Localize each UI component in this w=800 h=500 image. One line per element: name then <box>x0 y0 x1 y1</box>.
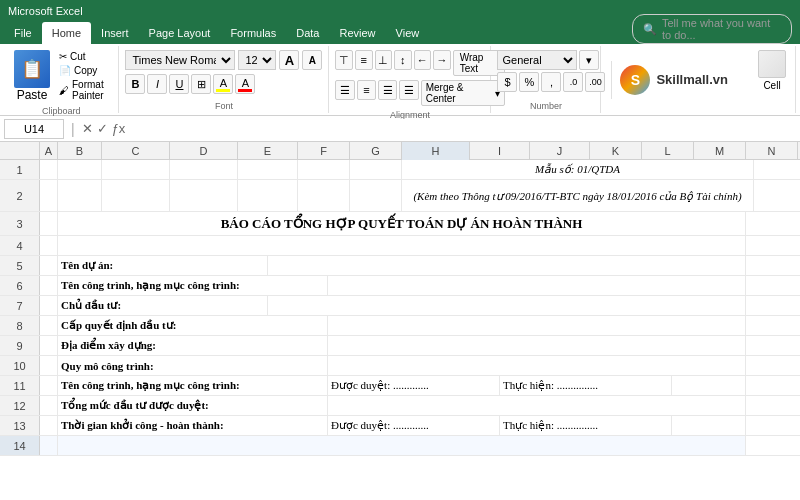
align-right-button[interactable]: ☰ <box>378 80 397 100</box>
cell-a3[interactable] <box>40 212 58 235</box>
tab-page-layout[interactable]: Page Layout <box>139 22 221 44</box>
cell-b13[interactable]: Thời gian khởi công - hoàn thành: <box>58 416 328 435</box>
comma-button[interactable]: , <box>541 72 561 92</box>
align-top-button[interactable]: ⊤ <box>335 50 353 70</box>
align-left-button[interactable]: ☰ <box>335 80 354 100</box>
justify-button[interactable]: ☰ <box>399 80 418 100</box>
col-header-l[interactable]: L <box>642 142 694 160</box>
indent-dec-button[interactable]: ← <box>414 50 432 70</box>
row-header-14[interactable]: 14 <box>0 436 40 455</box>
number-format-select[interactable]: General <box>497 50 577 70</box>
cell-b1[interactable] <box>58 160 102 179</box>
col-header-e[interactable]: E <box>238 142 298 160</box>
col-header-i[interactable]: I <box>470 142 530 160</box>
cell-a10[interactable] <box>40 356 58 375</box>
col-header-k[interactable]: K <box>590 142 642 160</box>
confirm-formula-icon[interactable]: ✓ <box>97 121 108 136</box>
bold-button[interactable]: B <box>125 74 145 94</box>
cell-b10[interactable]: Quy mô công trình: <box>58 356 328 375</box>
cell-a12[interactable] <box>40 396 58 415</box>
cell-e2[interactable] <box>238 180 298 211</box>
cell-b3-merged[interactable]: BÁO CÁO TỔNG HỢP QUYẾT TOÁN DỰ ÁN HOÀN T… <box>58 212 746 235</box>
formula-input[interactable] <box>129 119 796 139</box>
currency-button[interactable]: $ <box>497 72 517 92</box>
tab-data[interactable]: Data <box>286 22 329 44</box>
cell-h1-merged[interactable]: Mẫu số: 01/QTDA <box>402 160 754 179</box>
tab-file[interactable]: File <box>4 22 42 44</box>
tab-formulas[interactable]: Formulas <box>220 22 286 44</box>
row-header-10[interactable]: 10 <box>0 356 40 375</box>
cell-g2[interactable] <box>350 180 402 211</box>
number-format-dropdown[interactable]: ▾ <box>579 50 599 70</box>
cell-styles-button[interactable]: Cell <box>752 48 792 93</box>
percent-button[interactable]: % <box>519 72 539 92</box>
col-header-b[interactable]: B <box>58 142 102 160</box>
font-shrink-button[interactable]: A <box>302 50 322 70</box>
function-icon[interactable]: ƒx <box>112 121 126 136</box>
cell-d2[interactable] <box>170 180 238 211</box>
cell-a6[interactable] <box>40 276 58 295</box>
align-center-button[interactable]: ≡ <box>357 80 376 100</box>
cell-b2[interactable] <box>58 180 102 211</box>
cut-button[interactable]: ✂ Cut <box>56 50 112 63</box>
copy-button[interactable]: 📄 Copy <box>56 64 112 77</box>
cell-a7[interactable] <box>40 296 58 315</box>
paste-button[interactable]: 📋 Paste <box>10 48 54 104</box>
cell-a14[interactable] <box>40 436 58 455</box>
tell-me-box[interactable]: 🔍 Tell me what you want to do... <box>632 14 792 44</box>
indent-inc-button[interactable]: → <box>433 50 451 70</box>
cell-f10-area[interactable] <box>328 356 746 375</box>
tab-view[interactable]: View <box>386 22 430 44</box>
cell-f1[interactable] <box>298 160 350 179</box>
cell-a1[interactable] <box>40 160 58 179</box>
cell-f13[interactable]: Được duyệt: ............. <box>328 416 500 435</box>
cell-reference-input[interactable] <box>4 119 64 139</box>
row-header-13[interactable]: 13 <box>0 416 40 435</box>
row-header-2[interactable]: 2 <box>0 180 40 211</box>
row-header-6[interactable]: 6 <box>0 276 40 295</box>
cell-f6-area[interactable] <box>328 276 746 295</box>
text-direction-button[interactable]: ↕ <box>394 50 412 70</box>
cell-e7-area[interactable] <box>268 296 746 315</box>
col-header-m[interactable]: M <box>694 142 746 160</box>
align-bottom-button[interactable]: ⊥ <box>375 50 393 70</box>
font-name-select[interactable]: Times New Roma <box>125 50 235 70</box>
cell-a11[interactable] <box>40 376 58 395</box>
cell-e1[interactable] <box>238 160 298 179</box>
cell-b12[interactable]: Tổng mức đầu tư được duyệt: <box>58 396 328 415</box>
italic-button[interactable]: I <box>147 74 167 94</box>
row-header-4[interactable]: 4 <box>0 236 40 255</box>
format-painter-button[interactable]: 🖌 Format Painter <box>56 78 112 102</box>
tab-home[interactable]: Home <box>42 22 91 44</box>
tab-insert[interactable]: Insert <box>91 22 139 44</box>
tab-review[interactable]: Review <box>329 22 385 44</box>
row-header-12[interactable]: 12 <box>0 396 40 415</box>
cell-i13[interactable]: Thực hiện: ............... <box>500 416 672 435</box>
cell-f11[interactable]: Được duyệt: ............. <box>328 376 500 395</box>
cell-b14-merged[interactable] <box>58 436 746 455</box>
cell-b5[interactable]: Tên dự án: <box>58 256 268 275</box>
cell-f2[interactable] <box>298 180 350 211</box>
row-header-5[interactable]: 5 <box>0 256 40 275</box>
cell-a13[interactable] <box>40 416 58 435</box>
fill-color-button[interactable]: A <box>213 74 233 94</box>
cell-b6[interactable]: Tên công trình, hạng mục công trình: <box>58 276 328 295</box>
col-header-f[interactable]: F <box>298 142 350 160</box>
cell-h2-merged[interactable]: (Kèm theo Thông tư 09/2016/TT-BTC ngày 1… <box>402 180 754 212</box>
font-size-select[interactable]: 12 <box>238 50 276 70</box>
cell-b8[interactable]: Cấp quyết định đầu tư: <box>58 316 328 335</box>
cell-b11[interactable]: Tên công trình, hạng mục công trình: <box>58 376 328 395</box>
row-header-9[interactable]: 9 <box>0 336 40 355</box>
col-header-j[interactable]: J <box>530 142 590 160</box>
cell-b7[interactable]: Chủ đầu tư: <box>58 296 268 315</box>
cell-a5[interactable] <box>40 256 58 275</box>
cell-l13-area[interactable] <box>672 416 746 435</box>
cell-a4[interactable] <box>40 236 58 255</box>
row-header-7[interactable]: 7 <box>0 296 40 315</box>
cancel-formula-icon[interactable]: ✕ <box>82 121 93 136</box>
cell-f12-area[interactable] <box>328 396 746 415</box>
col-header-d[interactable]: D <box>170 142 238 160</box>
border-button[interactable]: ⊞ <box>191 74 211 94</box>
cell-b9[interactable]: Địa điểm xây dựng: <box>58 336 328 355</box>
cell-a8[interactable] <box>40 316 58 335</box>
